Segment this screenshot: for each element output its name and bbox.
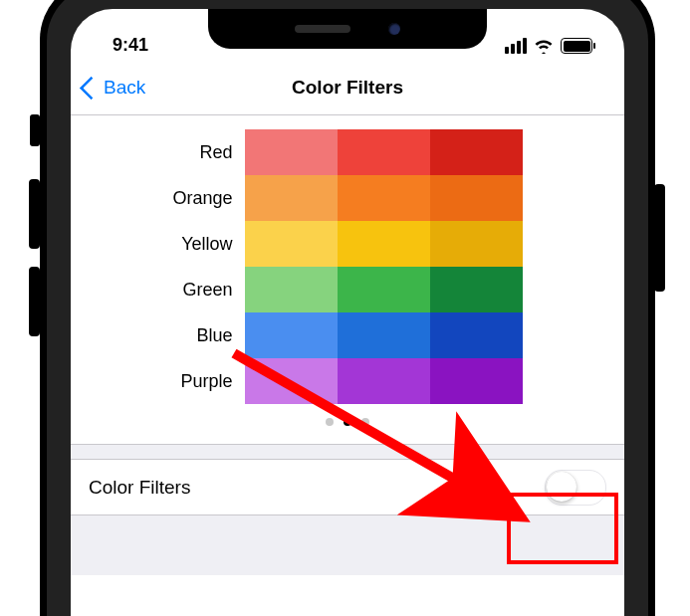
- front-camera: [388, 23, 400, 35]
- page-dot-2[interactable]: [361, 418, 369, 426]
- color-label-purple: Purple: [180, 358, 232, 404]
- section-divider: [71, 514, 624, 575]
- swatch-purple-0: [245, 358, 338, 404]
- speaker-grille: [295, 25, 350, 33]
- swatch-orange-2: [430, 175, 523, 221]
- battery-icon: [561, 38, 592, 54]
- swatch-red-2: [430, 129, 523, 175]
- color-filters-label: Color Filters: [89, 477, 190, 499]
- color-label-yellow: Yellow: [181, 221, 232, 267]
- back-button[interactable]: Back: [71, 77, 145, 99]
- page-indicator[interactable]: [71, 410, 624, 444]
- swatch-green-0: [245, 267, 338, 312]
- phone-screen: 9:41 Back: [71, 9, 624, 616]
- section-divider: [71, 444, 624, 460]
- swatch-yellow-2: [430, 221, 523, 267]
- content: RedOrangeYellowGreenBluePurple Color Fil…: [71, 115, 624, 575]
- page-title: Color Filters: [71, 77, 624, 99]
- swatch-purple-2: [430, 358, 523, 404]
- status-icons: [505, 38, 598, 59]
- color-label-green: Green: [182, 267, 232, 312]
- page-dot-0[interactable]: [326, 418, 334, 426]
- swatch-green-2: [430, 267, 523, 312]
- wifi-icon: [534, 39, 554, 54]
- swatch-blue-0: [245, 312, 338, 358]
- status-time: 9:41: [97, 35, 148, 59]
- cellular-icon: [505, 38, 527, 54]
- swatch-red-1: [338, 129, 430, 175]
- chevron-left-icon: [79, 76, 103, 100]
- swatch-purple-1: [338, 358, 430, 404]
- swatch-blue-1: [338, 312, 430, 358]
- notch: [208, 9, 487, 49]
- color-label-red: Red: [199, 129, 232, 175]
- swatch-orange-1: [338, 175, 430, 221]
- swatch-red-0: [245, 129, 338, 175]
- color-filters-row: Color Filters: [71, 460, 624, 514]
- back-label: Back: [104, 77, 145, 99]
- page-dot-1[interactable]: [344, 418, 351, 426]
- swatch-yellow-0: [245, 221, 338, 267]
- color-preview[interactable]: RedOrangeYellowGreenBluePurple: [71, 115, 624, 410]
- swatch-orange-0: [245, 175, 338, 221]
- color-label-blue: Blue: [196, 312, 232, 358]
- swatch-green-1: [338, 267, 430, 312]
- swatch-yellow-1: [338, 221, 430, 267]
- swatch-blue-2: [430, 312, 523, 358]
- color-label-orange: Orange: [172, 175, 232, 221]
- color-filters-toggle[interactable]: [545, 470, 606, 506]
- nav-bar: Back Color Filters: [71, 61, 624, 115]
